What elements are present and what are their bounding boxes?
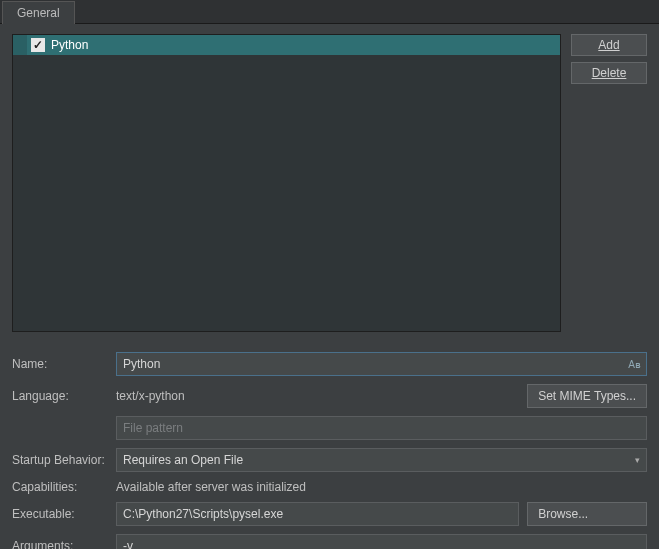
name-label: Name: [12,357,108,371]
set-mime-button[interactable]: Set MIME Types... [527,384,647,408]
arguments-label: Arguments: [12,539,108,549]
capabilities-label: Capabilities: [12,480,108,494]
language-label: Language: [12,389,108,403]
button-label: Set MIME Types... [538,389,636,403]
startup-label: Startup Behavior: [12,453,108,467]
file-pattern-wrap [116,416,647,440]
tab-bar: General [0,0,659,24]
server-list[interactable]: ✓ Python [12,34,561,332]
language-value: text/x-python [116,389,519,403]
enable-checkbox[interactable]: ✓ [31,38,45,52]
chevron-down-icon: ▾ [635,455,640,465]
drag-handle[interactable] [13,35,27,55]
startup-select[interactable]: Requires an Open File ▾ [116,448,647,472]
tab-label: General [17,6,60,20]
arguments-input[interactable] [116,534,647,549]
button-label: Browse... [538,507,588,521]
button-label: Delete [592,66,627,80]
check-icon: ✓ [33,38,43,52]
name-field-wrap: Aʙ [116,352,647,376]
executable-input[interactable] [116,502,519,526]
form: Name: Aʙ Language: text/x-python Set MIM… [12,352,647,549]
capabilities-value: Available after server was initialized [116,480,647,494]
file-pattern-input[interactable] [116,416,647,440]
name-input[interactable] [116,352,647,376]
list-item-label: Python [49,38,88,52]
list-item[interactable]: ✓ Python [13,35,560,55]
content-area: ✓ Python Add Delete Name: Aʙ Language [0,24,659,549]
button-label: Add [598,38,619,52]
upper-row: ✓ Python Add Delete [12,34,647,332]
executable-label: Executable: [12,507,108,521]
browse-button[interactable]: Browse... [527,502,647,526]
add-button[interactable]: Add [571,34,647,56]
tab-general[interactable]: General [2,1,75,24]
delete-button[interactable]: Delete [571,62,647,84]
general-panel: General ✓ Python Add Delete [0,0,659,549]
side-buttons: Add Delete [571,34,647,332]
select-value: Requires an Open File [123,453,243,467]
